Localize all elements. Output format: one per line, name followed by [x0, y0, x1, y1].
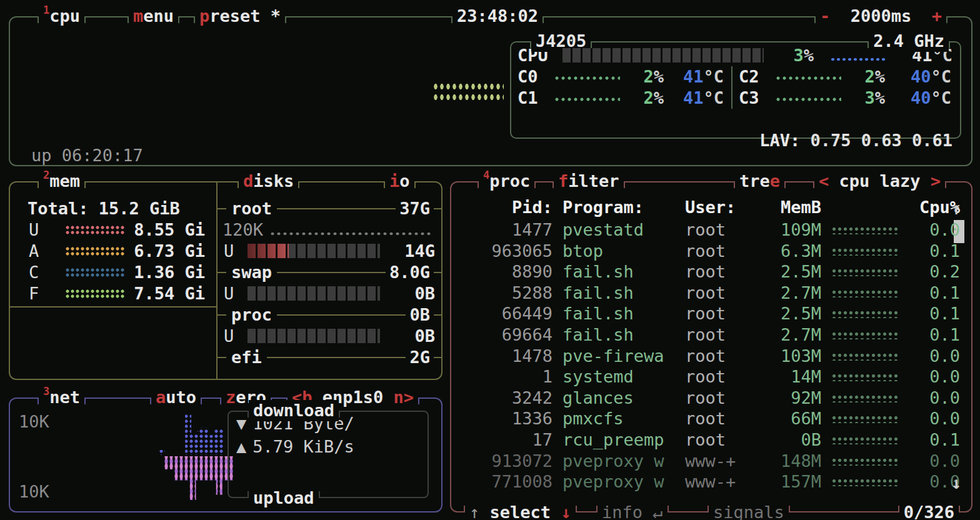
process-cpu: 0.1: [906, 241, 960, 262]
proc-box-title[interactable]: 4proc: [478, 171, 536, 192]
iface-next-button[interactable]: n>: [394, 388, 414, 407]
menu-button[interactable]: menu: [128, 6, 179, 27]
percent-sign: %: [804, 46, 814, 65]
select-up-arrow[interactable]: ↑: [469, 502, 479, 520]
scroll-up-arrow[interactable]: ↑: [951, 198, 961, 219]
refresh-increase-button[interactable]: +: [932, 6, 942, 26]
memory-row-label: C: [29, 262, 65, 283]
filter-button[interactable]: filter: [552, 171, 625, 192]
sort-prev-button[interactable]: <: [819, 171, 829, 191]
process-mem: 109M: [755, 219, 821, 241]
process-pid: 3242: [460, 388, 552, 409]
process-row[interactable]: 69664fail.shroot2.7M0.1: [451, 324, 971, 346]
process-cpu-graph: [831, 394, 900, 402]
lav-values: 0.75 0.63 0.61: [810, 131, 952, 150]
column-header-mem[interactable]: MemB: [755, 197, 821, 218]
process-row[interactable]: 3242glancesroot92M0.0: [451, 388, 971, 409]
disk-heading-line: [434, 208, 441, 209]
tree-button[interactable]: tree: [734, 171, 786, 192]
core-usage-graph: [775, 75, 841, 81]
proc-hotkey: 4: [483, 169, 489, 181]
disk-heading-line: [218, 314, 226, 316]
download-label: download: [248, 400, 340, 421]
memory-row-a: A6.73 Gi: [10, 241, 216, 262]
core-temp: 40°C: [885, 66, 959, 88]
process-cpu-graph: [831, 226, 900, 234]
net-box: 3net auto zero <b enp1s0 n> 10K 10K down…: [9, 398, 442, 512]
process-name: pveproxy w: [562, 471, 676, 492]
process-name: pveproxy w: [562, 451, 676, 472]
net-scale-top: 10K: [19, 411, 49, 432]
upload-arrow-icon: ▲: [236, 437, 252, 456]
process-cpu: 0.1: [906, 429, 960, 451]
process-cpu-graph: [831, 478, 900, 486]
process-user: root: [685, 429, 755, 451]
process-mem: 14M: [755, 366, 821, 388]
process-mem: 157M: [755, 471, 821, 492]
cpu-cores-grid: C02%41°CC12%41°CC22%40°CC33%40°C: [511, 66, 960, 109]
memory-row-c: C1.36 Gi: [10, 262, 216, 283]
select-label: select: [490, 502, 551, 520]
process-pid: 913072: [460, 451, 552, 472]
sort-next-button[interactable]: >: [931, 171, 941, 191]
proc-box: 4proc filter tree < cpu lazy > Pid: Prog…: [450, 181, 972, 512]
process-mem: 2.7M: [755, 282, 821, 304]
process-user: root: [685, 408, 755, 429]
process-row[interactable]: 963065btoproot6.3M0.1: [451, 241, 971, 262]
disk-heading-line: [434, 357, 441, 358]
refresh-control: - 2000ms +: [814, 6, 948, 27]
disk-size: 8.0G: [386, 262, 434, 283]
select-down-arrow[interactable]: ↓: [561, 502, 571, 520]
memory-row-value: 7.54 Gi: [125, 283, 216, 304]
disk-name: proc: [226, 304, 277, 326]
column-header-program[interactable]: Program:: [562, 197, 676, 218]
memory-row-label: U: [29, 219, 65, 241]
process-row[interactable]: 771008pveproxy wwww-+157M0.0: [451, 471, 971, 492]
disk-name: swap: [226, 262, 277, 283]
info-button[interactable]: info ↵: [596, 502, 669, 520]
preset-button[interactable]: preset *: [194, 6, 286, 27]
process-row[interactable]: 66449fail.shroot2.5M0.1: [451, 303, 971, 324]
disk-used-label: U: [218, 326, 248, 347]
disk-size: 0B: [406, 304, 434, 326]
process-user: root: [685, 388, 755, 409]
disk-heading-proc: proc0B: [218, 304, 441, 326]
column-header-user[interactable]: User:: [685, 197, 755, 218]
core-temp: 40°C: [885, 88, 959, 109]
process-cpu: 0.0: [906, 408, 960, 429]
auto-label: uto: [166, 388, 196, 407]
column-spacer: [831, 204, 900, 212]
process-row[interactable]: 1477pvestatdroot109M0.0: [451, 219, 971, 241]
signals-button[interactable]: signals: [708, 502, 790, 520]
refresh-decrease-button[interactable]: -: [820, 6, 830, 26]
process-mem: 92M: [755, 388, 821, 409]
disk-heading-line: [218, 357, 226, 358]
select-control[interactable]: ↑ select ↓: [464, 502, 577, 520]
disk-size: 37G: [396, 198, 434, 219]
column-header-pid[interactable]: Pid:: [460, 197, 552, 218]
cpu-box-title[interactable]: 1cpu: [38, 6, 86, 27]
process-table: 1477pvestatdroot109M0.0963065btoproot6.3…: [451, 219, 971, 492]
net-scale-bottom: 10K: [19, 481, 49, 502]
net-auto-toggle[interactable]: auto: [150, 387, 202, 408]
process-row[interactable]: 17rcu_preemproot0B0.1: [451, 429, 971, 451]
load-average-row: LAV: 0.75 0.63 0.61: [759, 130, 952, 151]
scroll-down-arrow[interactable]: ↓: [951, 472, 961, 494]
process-user: root: [685, 303, 755, 324]
memory-total-value: 15.2 GiB: [99, 199, 180, 218]
process-pid: 66449: [460, 303, 552, 324]
net-box-title[interactable]: 3net: [38, 387, 86, 408]
core-percent: 3%: [841, 88, 885, 109]
process-user: root: [685, 261, 755, 282]
process-mem: 103M: [755, 346, 821, 367]
process-row[interactable]: 1336pmxcfsroot66M0.0: [451, 408, 971, 429]
process-row[interactable]: 1systemdroot14M0.0: [451, 366, 971, 388]
process-pid: 8890: [460, 261, 552, 282]
process-row[interactable]: 8890fail.shroot2.5M0.2: [451, 261, 971, 282]
download-graph: [159, 414, 236, 455]
core-percent: 2%: [620, 88, 664, 109]
core-usage-graph: [554, 75, 620, 81]
process-row[interactable]: 913072pveproxy wwww-+148M0.0: [451, 451, 971, 472]
process-row[interactable]: 1478pve-firewaroot103M0.0: [451, 346, 971, 367]
process-row[interactable]: 5288fail.shroot2.7M0.1: [451, 282, 971, 304]
